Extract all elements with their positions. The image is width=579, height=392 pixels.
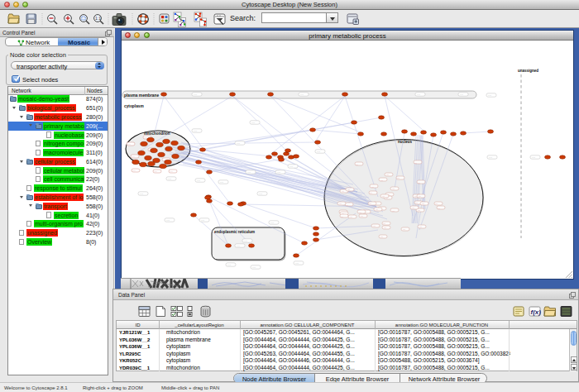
svg-text:.....: ..... bbox=[417, 93, 420, 96]
svg-text:....: .... bbox=[369, 202, 371, 205]
svg-text:.....: ..... bbox=[220, 180, 223, 184]
svg-text:....: .... bbox=[170, 170, 173, 173]
svg-text:.....: ..... bbox=[194, 129, 197, 132]
svg-text:....: .... bbox=[403, 227, 405, 231]
svg-text:....: .... bbox=[350, 215, 352, 218]
svg-text:.....: ..... bbox=[532, 155, 535, 159]
svg-text:....: .... bbox=[356, 163, 358, 166]
svg-text:.....: ..... bbox=[259, 192, 262, 195]
svg-text:.....: ..... bbox=[270, 221, 274, 224]
svg-text:.....: ..... bbox=[277, 170, 280, 174]
svg-text:.....: ..... bbox=[317, 150, 320, 153]
svg-text:.....: ..... bbox=[237, 244, 240, 247]
svg-text:....: .... bbox=[415, 201, 418, 204]
svg-text:....: .... bbox=[371, 185, 374, 189]
svg-text:.....: ..... bbox=[140, 192, 143, 195]
svg-text:.....: ..... bbox=[295, 261, 299, 265]
svg-text:.....: ..... bbox=[244, 239, 247, 242]
svg-text:.....: ..... bbox=[166, 218, 170, 222]
svg-text:f(x): f(x) bbox=[531, 308, 542, 316]
svg-text:....: .... bbox=[382, 194, 385, 198]
svg-text:....: .... bbox=[380, 235, 383, 238]
svg-text:....: .... bbox=[418, 181, 420, 184]
svg-text:....: .... bbox=[373, 224, 376, 227]
svg-text:.....: ..... bbox=[290, 165, 293, 168]
svg-text:.....: ..... bbox=[251, 121, 255, 124]
svg-text:....: .... bbox=[133, 169, 136, 172]
svg-text:....: .... bbox=[359, 211, 361, 214]
svg-text:....: .... bbox=[361, 214, 363, 218]
svg-text:....: .... bbox=[341, 215, 343, 218]
svg-text:....: .... bbox=[419, 225, 422, 228]
svg-text:....: .... bbox=[414, 161, 417, 165]
svg-text:.....: ..... bbox=[247, 170, 251, 174]
svg-text:....: .... bbox=[132, 155, 135, 158]
svg-text:....: .... bbox=[422, 202, 424, 205]
svg-text:.....: ..... bbox=[488, 93, 491, 97]
svg-text:....: .... bbox=[376, 208, 378, 211]
svg-text:.....: ..... bbox=[252, 265, 256, 269]
svg-text:.....: ..... bbox=[197, 179, 200, 182]
svg-text:....: .... bbox=[412, 206, 414, 209]
svg-text:....: .... bbox=[155, 170, 157, 173]
svg-text:.....: ..... bbox=[168, 177, 171, 180]
svg-text:cytoplasm: cytoplasm bbox=[124, 104, 144, 108]
svg-text:.....: ..... bbox=[460, 93, 463, 96]
svg-text:unassigned: unassigned bbox=[518, 69, 538, 73]
svg-text:....: .... bbox=[346, 203, 348, 207]
svg-text:.....: ..... bbox=[194, 93, 197, 96]
svg-text:....: .... bbox=[347, 188, 350, 191]
svg-text:....: .... bbox=[419, 194, 421, 198]
svg-text:mitochondrion: mitochondrion bbox=[144, 131, 170, 136]
svg-text:....: .... bbox=[383, 222, 385, 225]
svg-text:.....: ..... bbox=[300, 93, 304, 96]
svg-text:....: .... bbox=[438, 207, 440, 210]
svg-text:....: .... bbox=[370, 191, 372, 194]
svg-text:.....: ..... bbox=[201, 218, 204, 222]
svg-text:....: .... bbox=[397, 176, 400, 179]
svg-text:.....: ..... bbox=[489, 155, 492, 159]
svg-text:....: .... bbox=[380, 179, 383, 182]
svg-text:endoplasmic reticulum: endoplasmic reticulum bbox=[214, 230, 255, 234]
svg-text:....: .... bbox=[128, 142, 131, 146]
svg-text:....: .... bbox=[435, 202, 438, 205]
svg-text:....: .... bbox=[339, 202, 342, 205]
svg-text:....: .... bbox=[392, 187, 395, 190]
svg-text:.....: ..... bbox=[237, 141, 240, 145]
svg-text:....: .... bbox=[392, 209, 395, 213]
svg-text:....: .... bbox=[342, 189, 344, 193]
svg-text:....: .... bbox=[384, 226, 386, 229]
svg-text:....: .... bbox=[386, 173, 389, 176]
svg-text:....: .... bbox=[145, 136, 147, 139]
svg-text:.....: ..... bbox=[227, 263, 231, 266]
svg-text:nucleus: nucleus bbox=[398, 140, 413, 144]
svg-text:1:1: 1:1 bbox=[95, 16, 101, 21]
svg-text:plasma membrane: plasma membrane bbox=[124, 93, 159, 98]
